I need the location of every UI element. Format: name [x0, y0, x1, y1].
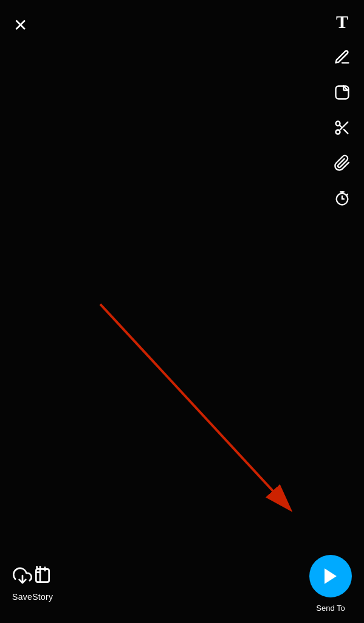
arrow-annotation: [0, 0, 364, 623]
send-icon: [320, 566, 341, 586]
send-to-wrapper: Send To: [309, 555, 352, 613]
svg-line-8: [100, 304, 289, 509]
svg-marker-16: [325, 568, 337, 584]
svg-rect-10: [36, 569, 49, 582]
app-container: ✕ T: [0, 0, 364, 623]
svg-line-4: [344, 130, 348, 133]
paperclip-tool-button[interactable]: [331, 152, 353, 174]
save-label: Save: [12, 592, 32, 602]
pen-tool-button[interactable]: [331, 46, 353, 68]
story-icon: [33, 566, 52, 588]
text-tool-button[interactable]: T: [331, 11, 353, 33]
bottom-bar: Save Story: [0, 556, 364, 623]
close-button[interactable]: ✕: [13, 17, 27, 34]
save-button[interactable]: Save: [12, 566, 32, 602]
sticker-tool-button[interactable]: [331, 82, 353, 103]
svg-rect-0: [336, 86, 349, 99]
story-button[interactable]: Story: [32, 566, 53, 602]
right-toolbar: T: [331, 11, 353, 209]
send-to-button[interactable]: [309, 555, 352, 597]
send-to-label: Send To: [316, 604, 345, 613]
timer-tool-button[interactable]: [331, 187, 353, 209]
story-label: Story: [32, 592, 53, 602]
scissors-tool-button[interactable]: [331, 117, 353, 139]
save-icon: [13, 566, 32, 588]
svg-line-5: [339, 125, 342, 128]
